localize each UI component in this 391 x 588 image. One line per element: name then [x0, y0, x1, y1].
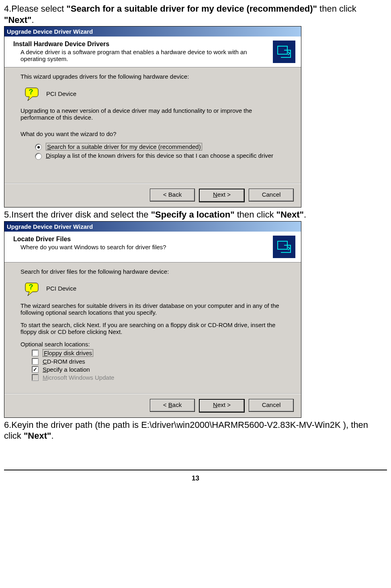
svg-text:?: ? — [29, 283, 33, 291]
optional-locations-label: Optional search locations: — [20, 341, 285, 348]
search-note: The wizard searches for suitable drivers… — [20, 302, 285, 316]
dialog-header: Install Hardware Device Drivers A device… — [4, 37, 301, 67]
header-title: Locate Driver Files — [13, 236, 269, 243]
header-title: Install Hardware Device Drivers — [13, 41, 269, 48]
checkbox-label: Specify a location — [43, 366, 90, 373]
radio-label: Display a list of the known drivers for … — [46, 152, 273, 159]
device-row: ? PCI Device — [24, 281, 285, 297]
dialog-titlebar: Upgrade Device Driver Wizard — [4, 222, 301, 232]
header-subtitle: Where do you want Windows to search for … — [13, 244, 269, 250]
device-name: PCI Device — [46, 90, 76, 97]
radio-search-driver[interactable]: Search for a suitable driver for my devi… — [35, 143, 285, 151]
question-mark-icon: ? — [24, 281, 40, 297]
device-row: ? PCI Device — [24, 85, 285, 102]
radio-icon — [35, 144, 42, 151]
cancel-button[interactable]: Cancel — [249, 399, 294, 412]
checkbox-icon — [32, 358, 39, 365]
driver-header-icon — [273, 41, 295, 63]
intro-line: Search for driver files for the followin… — [20, 268, 285, 275]
start-search-note: To start the search, click Next. If you … — [20, 321, 285, 335]
upgrade-driver-wizard-dialog-2: Upgrade Device Driver Wizard Locate Driv… — [4, 221, 301, 418]
dialog-button-bar: < Back Next > Cancel — [4, 183, 301, 207]
back-button[interactable]: < Back — [150, 399, 195, 412]
wizard-question: What do you want the wizard to do? — [20, 130, 285, 137]
radio-label: Search for a suitable driver for my devi… — [46, 143, 202, 151]
step6-instruction: 6.Keyin the driver path (the path is E:\… — [4, 419, 387, 442]
question-mark-icon: ? — [24, 85, 40, 102]
checkbox-cdrom[interactable]: CD-ROM drives — [32, 358, 285, 365]
checkbox-label: Floppy disk drives — [43, 349, 93, 357]
back-button[interactable]: < Back — [150, 189, 195, 201]
step5-instruction: 5.Insert the driver disk and select the … — [4, 209, 387, 220]
next-button[interactable]: Next > — [199, 189, 245, 202]
svg-text:?: ? — [29, 88, 33, 96]
checkbox-label: CD-ROM drives — [43, 358, 85, 365]
dialog-header: Locate Driver Files Where do you want Wi… — [4, 232, 301, 262]
checkbox-icon — [32, 350, 39, 356]
step4-instruction: 4.Please select "Search for a suitable d… — [4, 3, 387, 25]
device-name: PCI Device — [46, 285, 76, 292]
radio-icon — [35, 153, 42, 160]
checkbox-windows-update: Microsoft Windows Update — [32, 374, 285, 381]
driver-header-icon — [273, 236, 295, 258]
cancel-button[interactable]: Cancel — [249, 189, 294, 201]
upgrade-driver-wizard-dialog-1: Upgrade Device Driver Wizard Install Har… — [4, 26, 301, 208]
radio-display-list[interactable]: Display a list of the known drivers for … — [35, 152, 285, 160]
next-button[interactable]: Next > — [199, 399, 245, 413]
page-number: 13 — [4, 470, 387, 482]
checkbox-icon — [32, 374, 39, 381]
checkbox-floppy[interactable]: Floppy disk drives — [32, 349, 285, 357]
header-subtitle: A device driver is a software program th… — [13, 49, 269, 62]
checkbox-label: Microsoft Windows Update — [43, 374, 114, 381]
dialog-titlebar: Upgrade Device Driver Wizard — [4, 26, 301, 37]
upgrade-note: Upgrading to a newer version of a device… — [20, 107, 285, 121]
checkbox-icon — [32, 366, 39, 373]
dialog-button-bar: < Back Next > Cancel — [4, 393, 301, 417]
intro-line: This wizard upgrades drivers for the fol… — [20, 73, 285, 80]
checkbox-specify-location[interactable]: Specify a location — [32, 366, 285, 373]
